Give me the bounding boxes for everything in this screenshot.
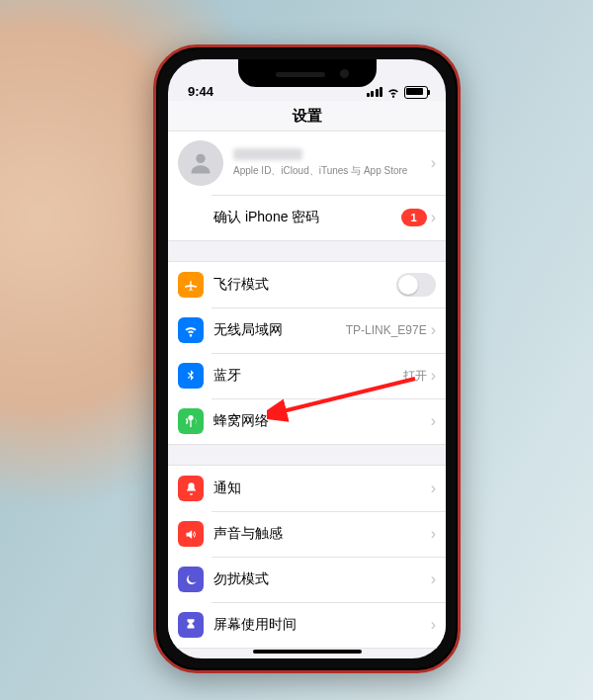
settings-group: 通知›声音与触感›勿扰模式›屏幕使用时间›	[168, 465, 446, 649]
row-dnd[interactable]: 勿扰模式›	[168, 557, 446, 602]
avatar	[178, 140, 223, 186]
cellular-signal-icon	[367, 87, 383, 97]
row-label: 确认 iPhone 密码	[213, 209, 401, 226]
airplane-icon	[178, 272, 204, 298]
chevron-right-icon: ›	[431, 481, 436, 496]
battery-icon	[404, 86, 428, 99]
row-confirm-pwd[interactable]: 确认 iPhone 密码 1 ›	[168, 195, 446, 240]
row-label: 屏幕使用时间	[213, 616, 431, 634]
row-label: 勿扰模式	[213, 570, 431, 588]
account-subtitle: Apple ID、iCloud、iTunes 与 App Store	[233, 164, 431, 178]
settings-group: 飞行模式无线局域网TP-LINK_E97E›蓝牙打开›蜂窝网络›	[168, 261, 446, 445]
chevron-right-icon: ›	[431, 155, 436, 171]
svg-point-0	[196, 154, 205, 163]
bluetooth-icon	[178, 363, 204, 389]
apple-id-row[interactable]: Apple ID、iCloud、iTunes 与 App Store ›	[168, 131, 446, 195]
chevron-right-icon: ›	[431, 413, 436, 429]
row-screentime[interactable]: 屏幕使用时间›	[168, 602, 446, 648]
phone-frame: 9:44 设置 Apple ID、iCloud、iTun	[153, 44, 461, 673]
account-group: Apple ID、iCloud、iTunes 与 App Store › 确认 …	[168, 131, 446, 241]
moon-icon	[178, 567, 204, 592]
row-label: 飞行模式	[213, 276, 396, 294]
chevron-right-icon: ›	[431, 526, 436, 542]
status-right	[367, 85, 429, 99]
status-time: 9:44	[188, 84, 213, 99]
chevron-right-icon: ›	[431, 571, 436, 587]
row-label: 无线局域网	[213, 321, 346, 339]
account-name-redacted	[233, 148, 302, 160]
chevron-right-icon: ›	[431, 368, 436, 384]
row-cellular[interactable]: 蜂窝网络›	[168, 398, 446, 444]
chevron-right-icon: ›	[431, 617, 436, 633]
settings-scroll[interactable]: Apple ID、iCloud、iTunes 与 App Store › 确认 …	[168, 131, 446, 658]
toggle-airplane[interactable]	[396, 273, 436, 297]
row-sounds[interactable]: 声音与触感›	[168, 511, 446, 557]
row-value: TP-LINK_E97E	[346, 323, 427, 337]
hourglass-icon	[178, 612, 204, 638]
phone-screen: 9:44 设置 Apple ID、iCloud、iTun	[168, 59, 446, 658]
wifi-icon	[178, 317, 204, 343]
bell-icon	[178, 476, 204, 501]
notch	[238, 59, 377, 87]
chevron-right-icon: ›	[431, 210, 436, 225]
row-label: 蓝牙	[213, 367, 403, 385]
row-bluetooth[interactable]: 蓝牙打开›	[168, 353, 446, 398]
row-airplane[interactable]: 飞行模式	[168, 262, 446, 307]
row-notifications[interactable]: 通知›	[168, 466, 446, 511]
row-value: 打开	[403, 368, 427, 385]
row-wifi[interactable]: 无线局域网TP-LINK_E97E›	[168, 307, 446, 353]
chevron-right-icon: ›	[431, 322, 436, 338]
row-label: 通知	[213, 480, 431, 497]
antenna-icon	[178, 408, 204, 434]
notification-badge: 1	[401, 209, 427, 226]
speaker-icon	[178, 521, 204, 547]
wifi-icon	[386, 85, 400, 99]
row-label: 蜂窝网络	[213, 412, 431, 430]
row-label: 声音与触感	[213, 525, 431, 543]
home-indicator[interactable]	[253, 650, 362, 654]
